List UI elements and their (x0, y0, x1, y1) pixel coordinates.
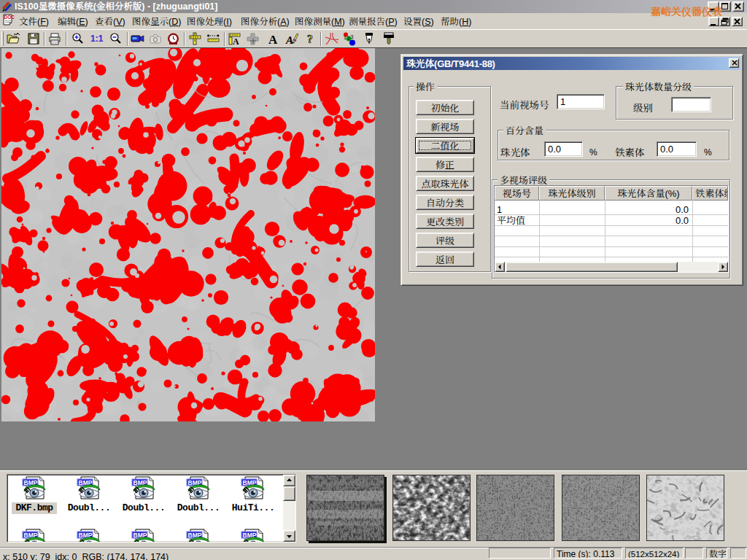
svg-text:?: ? (307, 33, 313, 45)
svg-text:3: 3 (351, 34, 354, 39)
svg-text:1:1: 1:1 (90, 34, 104, 44)
svg-text:A: A (233, 36, 239, 46)
svg-text:DOC: DOC (4, 15, 15, 20)
svg-text:2: 2 (347, 36, 350, 41)
svg-text:1: 1 (344, 35, 347, 40)
svg-text:A: A (268, 33, 278, 46)
svg-text:A: A (285, 34, 293, 46)
